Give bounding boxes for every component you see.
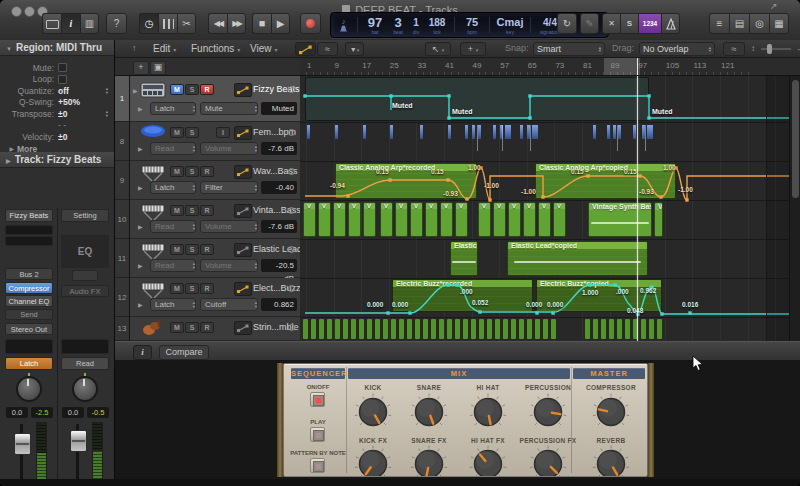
region-param-qswing[interactable]: Q-Swing:+50% <box>0 97 114 108</box>
mini-region[interactable] <box>375 319 380 339</box>
replace-button[interactable]: ✕ <box>602 13 620 34</box>
region-inspector-header[interactable]: ▼Region: MIDI Thru <box>0 40 114 56</box>
track-header-9[interactable]: MSRWav...Bass▶Latch▴▾Filter▴▾-0.40 <box>130 161 300 200</box>
waveform-zoom-button[interactable]: ≈ <box>723 42 745 56</box>
track-automation-icon[interactable] <box>234 204 252 218</box>
track-inspector-header[interactable]: ▶Track: Fizzy Beats <box>0 152 114 168</box>
automation-param-box[interactable]: Cutoff▴▾ <box>200 298 258 311</box>
pan-knob-out[interactable] <box>72 376 98 402</box>
track-mute-button[interactable]: M <box>170 322 184 333</box>
automation-mode-box[interactable]: Read▴▾ <box>150 142 196 155</box>
mini-region[interactable] <box>423 319 428 339</box>
lcd-key[interactable]: Cmajkey <box>494 16 526 35</box>
autopunch-button[interactable]: ✎ <box>580 13 599 34</box>
ruler-playhead[interactable] <box>637 58 638 76</box>
automation-mode-read[interactable]: Read <box>61 357 109 370</box>
mixer-button[interactable] <box>158 13 177 34</box>
track-solo-button[interactable]: S <box>185 84 199 95</box>
mini-region[interactable] <box>455 319 460 339</box>
track-number-12[interactable]: 12 <box>115 278 129 317</box>
pan-value[interactable]: 0.0 <box>6 407 28 418</box>
volume-value-out[interactable]: -0.5 <box>87 407 109 418</box>
setting-button[interactable]: Setting <box>61 209 109 222</box>
metronome-button[interactable] <box>661 13 680 34</box>
cutoff-automation-node[interactable] <box>660 312 663 315</box>
mini-region[interactable] <box>641 319 646 339</box>
knob-percussion[interactable] <box>528 392 568 436</box>
track-number-8[interactable]: 8 <box>115 122 129 161</box>
mini-region[interactable] <box>343 319 348 339</box>
knob-hi-hat-fx[interactable] <box>468 444 508 477</box>
play-button[interactable]: ▶ <box>271 13 290 34</box>
solo-mode-button[interactable]: S <box>620 13 638 34</box>
info-button[interactable]: i <box>133 345 152 360</box>
input-slot[interactable]: Bus 2 <box>5 268 53 280</box>
vertical-zoom-slider[interactable] <box>761 48 791 50</box>
region-param-velocity[interactable]: Velocity:±0 <box>0 131 114 142</box>
lcd-tick[interactable]: 188tick <box>424 16 450 35</box>
volume-fader-out[interactable] <box>70 430 87 452</box>
toolbar-toggle-button[interactable]: ◷ <box>139 13 158 34</box>
region-v[interactable]: V <box>303 202 316 237</box>
track-filter-button[interactable]: ▼▾ <box>345 42 364 56</box>
seq-button-pattern-by-note[interactable] <box>310 458 325 473</box>
track-number-11[interactable]: 11 <box>115 239 129 278</box>
region-v[interactable]: V <box>425 202 438 237</box>
mini-region[interactable] <box>543 319 548 339</box>
automation-mode-box[interactable]: Read▴▾ <box>150 259 196 272</box>
notepad-button[interactable]: ▤ <box>729 13 749 34</box>
region-v[interactable]: V <box>654 202 663 237</box>
mini-region[interactable] <box>503 319 508 339</box>
knob-percussion-fx[interactable] <box>528 444 568 477</box>
lcd-beat[interactable]: 3beat <box>388 16 408 35</box>
region-v[interactable]: V <box>523 202 536 237</box>
track-mute-button[interactable]: M <box>170 127 184 138</box>
count-in-button[interactable]: 1234 <box>638 13 661 34</box>
region-param-mute[interactable]: Mute: <box>0 62 114 73</box>
automation-value-box[interactable]: -0.40 <box>261 181 297 194</box>
region-classic-analog-arp-copied[interactable]: Classic Analog Arp*copied <box>535 163 676 199</box>
apple-loops-button[interactable]: ◎ <box>749 13 769 34</box>
mini-region[interactable] <box>319 319 324 339</box>
track-disclosure-icon[interactable]: ▶ <box>133 87 138 94</box>
quick-help-button[interactable] <box>42 13 61 34</box>
mini-region[interactable] <box>303 319 308 339</box>
automation-mode-latch[interactable]: Latch <box>5 357 53 370</box>
track-automation-icon[interactable] <box>234 321 252 335</box>
track-number-9[interactable]: 9 <box>115 161 129 200</box>
insert-compressor[interactable]: Compressor <box>5 282 53 294</box>
region-v[interactable]: V <box>348 202 361 237</box>
mini-region[interactable] <box>471 319 476 339</box>
send-slot[interactable]: Send <box>5 309 53 320</box>
region-v[interactable]: V <box>440 202 453 237</box>
track-record-button[interactable]: R <box>200 166 214 177</box>
region-v[interactable]: V <box>380 202 393 237</box>
region-param-delay[interactable]: - - <box>0 120 114 131</box>
mini-region[interactable] <box>407 319 412 339</box>
track-mute-button[interactable]: M <box>170 166 184 177</box>
automation-param-box[interactable]: Filter▴▾ <box>200 181 258 194</box>
mini-region[interactable] <box>463 319 468 339</box>
automation-value-box[interactable]: 0.862 <box>261 298 297 311</box>
automation-mode-box[interactable]: Read▴▾ <box>150 220 196 233</box>
drag-dropdown[interactable]: No Overlap▴▾ <box>639 42 715 56</box>
track-record-button[interactable]: R <box>200 244 214 255</box>
mini-region[interactable] <box>439 319 444 339</box>
region-v[interactable]: V <box>318 202 331 237</box>
library-toggle-button[interactable]: ▥ <box>80 13 99 34</box>
mini-region[interactable] <box>399 319 404 339</box>
mini-region[interactable] <box>367 319 372 339</box>
param-stepper[interactable]: ▴▾ <box>106 87 108 94</box>
group-slot[interactable] <box>5 339 53 354</box>
compare-button[interactable]: Compare <box>159 345 209 360</box>
track-solo-button[interactable]: S <box>185 205 199 216</box>
mini-region[interactable] <box>535 319 540 339</box>
track-solo-button[interactable]: S <box>185 127 199 138</box>
eq-display[interactable]: EQ <box>61 235 109 268</box>
mini-region[interactable] <box>657 319 662 339</box>
track-header-1[interactable]: ▶MSRFizzy Beats▶Latch▴▾Mute▴▾Muted <box>130 76 300 122</box>
param-value[interactable]: ±0 <box>58 109 67 119</box>
automation-value-box[interactable]: Muted <box>261 102 297 115</box>
track-solo-button[interactable]: S <box>185 322 199 333</box>
automation-mode-box[interactable]: Latch▴▾ <box>150 298 196 311</box>
